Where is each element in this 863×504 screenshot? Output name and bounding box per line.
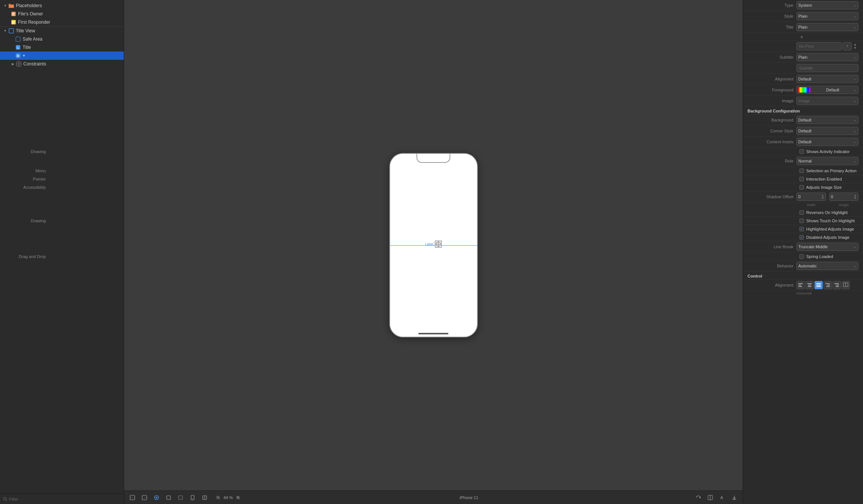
canvas-label-text: Label — [425, 242, 433, 246]
control-section-header: Control — [743, 272, 863, 280]
subtitle-select[interactable]: Plain ⌄ — [796, 53, 858, 61]
canvas-toolbar: ← → 44 % — [124, 490, 743, 504]
checkbox-menu-selection[interactable] — [799, 169, 804, 173]
inspector-row-shadow-labels: Width Height — [743, 202, 863, 208]
sidebar-item-placeholders[interactable]: ▼ Placeholders — [0, 2, 124, 10]
disclosure-triangle-constraints[interactable]: ▶ — [11, 62, 15, 66]
align-left-btn[interactable] — [796, 281, 805, 289]
title-label-inspector: Title — [748, 25, 796, 29]
inspector-row-highlighted: Highlighted Adjusts Image — [743, 225, 863, 233]
type-select[interactable]: System ⌄ — [796, 1, 858, 9]
sidebar-item-safe-area[interactable]: Safe Area — [0, 35, 124, 43]
shadow-height-up[interactable]: ▲ — [854, 194, 857, 197]
toolbar-layout-btn[interactable] — [199, 493, 210, 502]
filter-icon — [3, 497, 8, 501]
title-select[interactable]: Plain ⌄ — [796, 23, 858, 31]
disclosure-triangle-title-view[interactable]: ▼ — [3, 29, 8, 33]
font-stepper-up[interactable]: ▲ — [854, 43, 857, 46]
toolbar-split-btn[interactable] — [705, 493, 716, 502]
checkbox-spring-loaded[interactable] — [799, 254, 804, 259]
shadow-width-up[interactable]: ▲ — [822, 194, 824, 197]
checkbox-reverses[interactable] — [799, 210, 804, 215]
sidebar-item-files-owner[interactable]: File's Owner — [0, 10, 124, 18]
sidebar-item-first-responder[interactable]: First Responder — [0, 18, 124, 26]
shadow-width-input[interactable]: 0 ▲ ▼ — [796, 193, 826, 201]
align-right-btn[interactable] — [823, 281, 832, 289]
shadow-height-input[interactable]: 0 ▲ ▼ — [829, 193, 859, 201]
align-trailing-btn[interactable] — [833, 281, 841, 289]
align-justified-btn[interactable] — [842, 281, 850, 289]
toolbar-download-btn[interactable] — [729, 493, 740, 502]
svg-rect-63 — [826, 286, 830, 287]
inspector-row-background: Background Default ⌄ — [743, 115, 863, 126]
checkbox-highlighted[interactable] — [799, 227, 804, 231]
image-select[interactable]: Image ⌄ — [796, 97, 858, 105]
foreground-value: Default — [826, 88, 839, 92]
menu-selection-label: Selection as Primary Action — [806, 169, 857, 173]
svg-rect-61 — [825, 283, 830, 284]
inspector-row-accessibility: Accessibility Adjusts Image Size — [743, 183, 863, 191]
sidebar-item-title[interactable]: L Title — [0, 43, 124, 52]
pointer-label: Interaction Enabled — [806, 177, 842, 181]
canvas-content: Label — [124, 0, 743, 490]
style-value: Plain — [798, 14, 807, 18]
background-select[interactable]: Default ⌄ — [796, 116, 858, 124]
alignment-select[interactable]: Default ⌄ — [796, 75, 858, 83]
svg-rect-12 — [16, 37, 20, 41]
shadow-width-stepper[interactable]: ▲ ▼ — [822, 194, 824, 199]
svg-line-39 — [219, 498, 220, 499]
toolbar-dashed-btn[interactable] — [175, 493, 186, 502]
sidebar-item-plus[interactable]: B + — [0, 52, 124, 60]
toolbar-device-btn[interactable] — [187, 493, 198, 502]
sidebar-filter-bar: Filter — [0, 493, 124, 504]
background-value: Default — [798, 118, 811, 122]
corner-style-select[interactable]: Default ⌄ — [796, 127, 858, 135]
inspector-row-subtitle: Subtitle Plain ⌄ — [743, 52, 863, 63]
subtitle-text-field[interactable]: Subtitle — [796, 64, 858, 72]
line-break-select[interactable]: Truncate Middle ⌄ — [796, 243, 858, 251]
foreground-select[interactable]: Default ⌄ — [796, 86, 858, 94]
type-chevron: ⌄ — [854, 3, 857, 7]
sidebar-item-title-view[interactable]: ▼ Title View — [0, 27, 124, 35]
inspector-row-spring-loaded: Drag and Drop Spring Loaded — [743, 252, 863, 261]
checkbox-drawing-activity[interactable] — [799, 149, 804, 154]
font-picker-btn[interactable]: T — [843, 42, 852, 50]
svg-rect-5 — [12, 14, 14, 15]
zoom-in-btn[interactable] — [234, 493, 242, 502]
align-fill-btn[interactable] — [814, 281, 823, 289]
toolbar-add-btn[interactable] — [151, 493, 162, 502]
toolbar-square-btn[interactable] — [163, 493, 174, 502]
corner-style-chevron: ⌄ — [854, 129, 857, 133]
shadow-width-down[interactable]: ▼ — [822, 197, 824, 199]
checkbox-accessibility[interactable] — [799, 185, 804, 190]
svg-text:L: L — [17, 46, 19, 49]
font-field[interactable]: No Font — [796, 42, 842, 50]
shadow-offset-control: 0 ▲ ▼ 0 ▲ ▼ — [796, 193, 858, 201]
svg-rect-6 — [12, 15, 15, 15]
toolbar-rotate-btn[interactable] — [693, 493, 703, 502]
image-control: Image ⌄ — [796, 97, 858, 105]
toolbar-type-btn[interactable]: A — [717, 493, 728, 502]
shadow-height-stepper[interactable]: ▲ ▼ — [854, 194, 857, 199]
toolbar-forward-btn[interactable]: → — [139, 493, 150, 502]
role-select[interactable]: Normal ⌄ — [796, 157, 858, 165]
toolbar-back-btn[interactable]: ← — [127, 493, 138, 502]
checkbox-pointer[interactable] — [799, 177, 804, 181]
checkbox-drawing2[interactable] — [799, 219, 804, 223]
checkbox-disabled[interactable] — [799, 235, 804, 240]
behavior-select[interactable]: Automatic ⌄ — [796, 262, 858, 270]
disclosure-triangle-placeholders[interactable]: ▼ — [3, 3, 8, 8]
style-select[interactable]: Plain ⌄ — [796, 12, 858, 20]
font-stepper[interactable]: ▲ ▼ — [852, 43, 858, 50]
horizontal-label: Horizontal — [796, 291, 812, 295]
align-center-btn[interactable] — [805, 281, 814, 289]
shadow-height-down[interactable]: ▼ — [854, 197, 857, 199]
plus-button-inspector[interactable]: + — [799, 34, 805, 40]
inspector-row-disabled: Disabled Adjusts Image — [743, 233, 863, 241]
control-alignment-label: Alignment — [748, 283, 796, 287]
sidebar-item-constraints[interactable]: ▶ Constraints — [0, 60, 124, 68]
shadow-height-group: 0 ▲ ▼ — [829, 193, 859, 201]
zoom-out-btn[interactable] — [214, 493, 222, 502]
font-stepper-down[interactable]: ▼ — [854, 46, 857, 50]
content-insets-select[interactable]: Default ⌄ — [796, 138, 858, 146]
